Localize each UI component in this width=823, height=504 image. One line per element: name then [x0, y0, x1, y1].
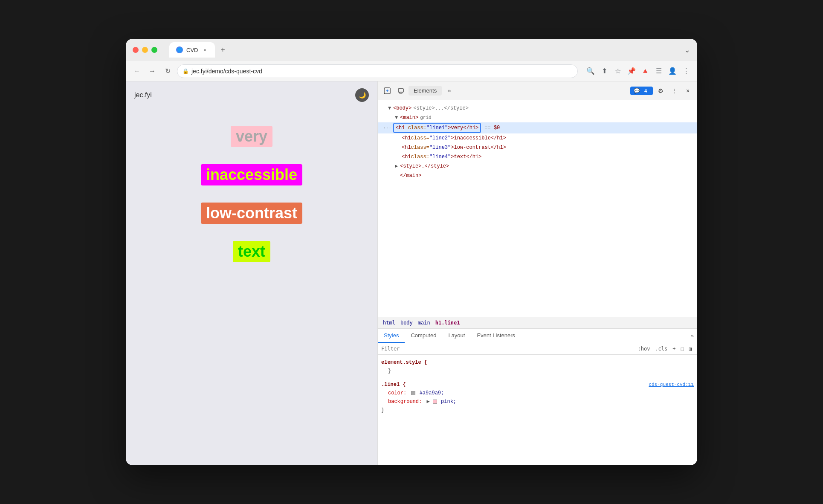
- color-swatch[interactable]: [433, 400, 437, 404]
- url-bar[interactable]: 🔒 jec.fyi/demo/cds-quest-cvd: [177, 64, 578, 78]
- styles-tabs: Styles Computed Layout Event Listeners »: [378, 329, 697, 343]
- tag-text: <main>: [400, 113, 418, 122]
- hov-button[interactable]: :hov: [636, 345, 652, 353]
- menu-icon[interactable]: ⋮: [680, 65, 692, 77]
- tree-row[interactable]: <h1 class="line4">text</h1>: [378, 152, 697, 162]
- tree-row[interactable]: ▼ <body> <style>...</style>: [378, 104, 697, 113]
- tab-more-button[interactable]: ⌄: [684, 45, 690, 55]
- warning-icon[interactable]: 🔺: [639, 65, 651, 77]
- styles-panel: Styles Computed Layout Event Listeners »…: [378, 329, 697, 465]
- tree-row[interactable]: ▶ <style>…</style>: [378, 162, 697, 171]
- add-style-button[interactable]: +: [671, 345, 677, 353]
- tab-favicon: 🌐: [176, 46, 183, 53]
- forward-button[interactable]: →: [146, 65, 158, 77]
- tree-row[interactable]: <h1 class="line2">inaccessible</h1>: [378, 133, 697, 143]
- styles-content: element.style { } cds-quest-cvd:11 .line…: [378, 355, 697, 465]
- expand-arrow[interactable]: ▶: [426, 399, 429, 405]
- page-content: jec.fyi 🌙 very inaccessible low-contrast…: [126, 81, 377, 465]
- devtools-tab-more[interactable]: »: [443, 86, 456, 96]
- tab-bar: 🌐 CVD × +: [169, 42, 679, 58]
- traffic-lights: [133, 47, 157, 53]
- devtools-settings-button[interactable]: ⚙: [655, 85, 667, 97]
- tag-text: >very</h1>: [448, 125, 478, 131]
- page-main: very inaccessible low-contrast text: [126, 109, 377, 465]
- styles-tabs-more[interactable]: »: [687, 333, 697, 339]
- tab-styles[interactable]: Styles: [378, 329, 405, 343]
- profile-icon[interactable]: 👤: [667, 65, 678, 77]
- page-logo: jec.fyi: [134, 91, 152, 99]
- tab-title: CVD: [186, 47, 198, 53]
- reload-button[interactable]: ↻: [162, 65, 174, 77]
- tree-row[interactable]: <h1 class="line3">low-contrast</h1>: [378, 143, 697, 152]
- browser-window: 🌐 CVD × + ⌄ ← → ↻ 🔒 jec.fyi/demo/cds-que…: [126, 39, 697, 465]
- tree-row-selected[interactable]: ··· <h1 class="line1">very</h1> == $0: [378, 122, 697, 133]
- dark-mode-button[interactable]: 🌙: [355, 88, 369, 102]
- tree-row[interactable]: </main>: [378, 171, 697, 180]
- css-source-link[interactable]: cds-quest-cvd:11: [649, 380, 694, 389]
- content-area: jec.fyi 🌙 very inaccessible low-contrast…: [126, 81, 697, 465]
- url-text: jec.fyi/demo/cds-quest-cvd: [191, 68, 262, 75]
- tag-text: >text</h1>: [451, 153, 481, 161]
- page-header: jec.fyi 🌙: [126, 81, 377, 109]
- maximize-button[interactable]: [151, 47, 157, 53]
- share-icon[interactable]: ⬆: [598, 65, 610, 77]
- breadcrumb-h1-line1[interactable]: h1.line1: [434, 319, 462, 327]
- devtools-tab-bar: Elements »: [409, 86, 629, 96]
- devtools-tab-elements[interactable]: Elements: [409, 86, 442, 96]
- tag-text: >inaccessible</h1>: [451, 134, 506, 142]
- dollar-zero-indicator: == $0: [484, 124, 500, 132]
- breadcrumb-main[interactable]: main: [416, 319, 432, 327]
- ellipsis-icon: ···: [381, 124, 393, 132]
- css-selector: element.style {: [381, 359, 427, 365]
- active-tab[interactable]: 🌐 CVD ×: [169, 42, 215, 58]
- css-closing-brace: }: [381, 407, 384, 413]
- cls-button[interactable]: .cls: [653, 345, 669, 353]
- tree-row[interactable]: ▼ <main> grid: [378, 113, 697, 122]
- console-drawer-button[interactable]: 💬 4: [630, 87, 653, 95]
- devtools-breadcrumb: html body main h1.line1: [378, 317, 697, 329]
- color-swatch[interactable]: [411, 391, 415, 395]
- tab-computed[interactable]: Computed: [405, 329, 442, 343]
- selected-element-highlight: <h1 class="line1">very</h1>: [393, 123, 481, 133]
- search-icon[interactable]: 🔍: [585, 65, 597, 77]
- css-property-value: #a9a9a9;: [420, 390, 444, 396]
- copy-button[interactable]: ⬚: [679, 345, 686, 353]
- title-bar: 🌐 CVD × + ⌄: [126, 39, 697, 61]
- tab-layout[interactable]: Layout: [442, 329, 471, 343]
- chevron-down-icon: ▼: [395, 113, 400, 122]
- reader-icon[interactable]: ☰: [653, 65, 665, 77]
- device-toolbar-button[interactable]: [395, 85, 407, 97]
- svg-rect-2: [400, 92, 402, 93]
- tag-hint: <style>...</style>: [413, 104, 469, 113]
- devtools-more-button[interactable]: ⋮: [668, 85, 680, 97]
- breadcrumb-html[interactable]: html: [381, 319, 397, 327]
- attr-name: class=: [411, 143, 429, 152]
- attr-value: "line2": [429, 134, 451, 142]
- new-tab-button[interactable]: +: [217, 44, 229, 56]
- elements-tree[interactable]: ▼ <body> <style>...</style> ▼ <main> gri…: [378, 100, 697, 317]
- devtools-close-button[interactable]: ×: [682, 85, 694, 97]
- extensions-icon[interactable]: 📌: [626, 65, 638, 77]
- bookmark-icon[interactable]: ☆: [612, 65, 624, 77]
- tab-event-listeners[interactable]: Event Listeners: [471, 329, 521, 343]
- attr-value: "line4": [429, 153, 451, 161]
- word-inaccessible: inaccessible: [201, 164, 302, 185]
- breadcrumb-body[interactable]: body: [399, 319, 414, 327]
- tab-close-button[interactable]: ×: [201, 46, 208, 53]
- attr-value: "line3": [429, 143, 451, 152]
- close-button[interactable]: [133, 47, 139, 53]
- attr-name: class=: [411, 134, 429, 142]
- tag-text: <h1: [396, 125, 408, 131]
- tag-text: <h1: [402, 143, 411, 152]
- back-button[interactable]: ←: [131, 65, 143, 77]
- chevron-right-icon: ▶: [395, 162, 400, 171]
- closing-tag: </main>: [400, 171, 421, 180]
- css-color-swatch-container: #a9a9a9;: [411, 390, 444, 396]
- address-bar: ← → ↻ 🔒 jec.fyi/demo/cds-quest-cvd 🔍 ⬆ ☆…: [126, 61, 697, 81]
- styles-filter-input[interactable]: [381, 346, 632, 352]
- toggle-button[interactable]: ◨: [687, 345, 694, 353]
- minimize-button[interactable]: [142, 47, 148, 53]
- inspect-element-button[interactable]: [381, 85, 393, 97]
- word-text: text: [233, 241, 270, 262]
- css-property-value: pink;: [441, 399, 456, 405]
